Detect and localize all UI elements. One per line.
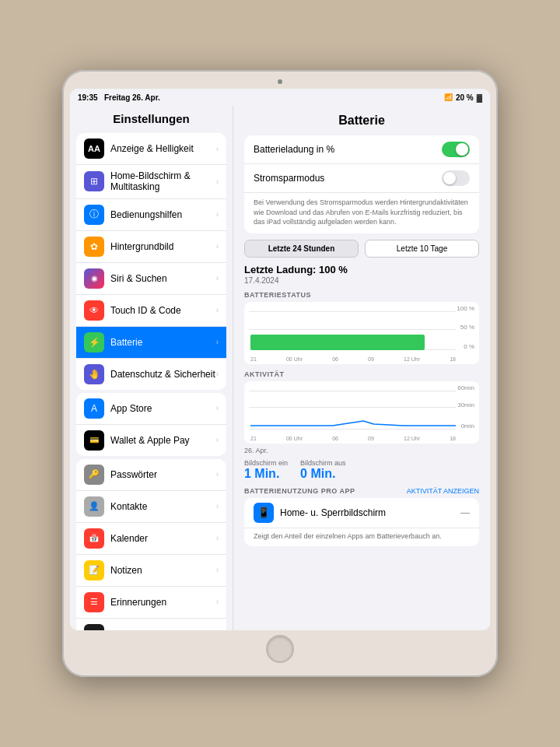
wallet-label: Wallet & Apple Pay — [110, 435, 190, 446]
home-app-icon: 📱 — [254, 503, 274, 523]
batterie-icon: ⚡ — [84, 332, 104, 352]
front-camera — [278, 79, 282, 84]
activity-line-svg — [250, 415, 456, 426]
main-content: Batterie Batterieladung in % Stromsparmo… — [233, 106, 490, 630]
appstore-icon: A — [84, 398, 104, 419]
stat-aus-value: 0 Min. — [300, 467, 346, 481]
app-row-home: 📱 Home- u. Sperrbildschirm — — [244, 498, 479, 528]
act-y-label-0: 0min — [461, 423, 474, 430]
per-app-section: 📱 Home- u. Sperrbildschirm — Zeigt den A… — [244, 498, 479, 546]
homescreen-icon: ⊞ — [84, 171, 104, 191]
sidebar-item-wallet[interactable]: 💳 Wallet & Apple Pay › — [76, 425, 226, 456]
chevron-icon: › — [216, 370, 219, 378]
sidebar-item-bedienungshilfen[interactable]: ⓘ Bedienungshilfen › — [76, 199, 226, 231]
chevron-icon: › — [216, 306, 219, 314]
stromsparmodus-label: Stromsparmodus — [254, 173, 442, 184]
sidebar-item-kontakte[interactable]: 👤 Kontakte › — [76, 491, 226, 523]
status-time-date: 19:35 Freitag 26. Apr. — [78, 93, 160, 102]
stromsparmodus-toggle[interactable] — [442, 170, 470, 186]
sidebar-item-erinnerungen[interactable]: ☰ Erinnerungen › — [76, 587, 226, 619]
sidebar-item-datenschutz[interactable]: 🤚 Datenschutz & Sicherheit › — [76, 359, 226, 390]
sidebar-section-stores: A App Store › 💳 Wallet & Apple Pay › — [76, 393, 226, 456]
sidebar-item-siri[interactable]: ◉ Siri & Suchen › — [76, 263, 226, 295]
stat-ein-value: 1 Min. — [244, 467, 288, 481]
grid-line-100 — [249, 311, 456, 312]
erinnerungen-icon: ☰ — [84, 592, 104, 612]
activity-chart-label: AKTIVITÄT — [244, 370, 479, 378]
time-range-buttons: Letzte 24 Stunden Letzte 10 Tage — [244, 240, 479, 258]
screen-stats: Bildschirm ein 1 Min. Bildschirm aus 0 M… — [244, 459, 479, 481]
stat-bildschirm-aus: Bildschirm aus 0 Min. — [300, 459, 346, 481]
btn-10d[interactable]: Letzte 10 Tage — [365, 240, 479, 258]
passwoerter-icon: 🔑 — [84, 465, 104, 485]
status-time: 19:35 — [78, 93, 98, 102]
hintergrundbild-icon: ✿ — [84, 237, 104, 257]
chevron-icon: › — [216, 274, 219, 282]
battery-chart-x-labels: 21 00 Uhr 06 09 12 Uhr 18 — [250, 356, 456, 362]
act-y-label-60: 60min — [457, 384, 474, 391]
touchid-label: Touch ID & Code — [110, 305, 181, 316]
grid-line-0a — [249, 429, 456, 430]
activity-chart-x-labels: 21 00 Uhr 06 09 12 Uhr 18 — [250, 436, 456, 441]
battery-percent: 20 % — [456, 93, 474, 102]
wallet-icon: 💳 — [84, 430, 104, 451]
page-title: Batterie — [244, 114, 479, 128]
chevron-icon: › — [216, 145, 219, 153]
anzeige-icon: AA — [84, 139, 104, 159]
y-label-50: 50 % — [460, 324, 474, 331]
bedienungshilfen-label: Bedienungshilfen — [110, 209, 182, 220]
anzeige-label: Anzeige & Helligkeit — [110, 143, 194, 154]
aktivitat-link[interactable]: AKTIVITÄT ANZEIGEN — [407, 487, 479, 495]
chevron-icon: › — [216, 598, 219, 606]
sidebar-item-touchid[interactable]: 👁 Touch ID & Code › — [76, 295, 226, 327]
chevron-icon: › — [216, 404, 219, 412]
status-right: 📶 20 % ▓ — [444, 93, 482, 102]
sidebar-item-kalender[interactable]: 📅 Kalender › — [76, 523, 226, 555]
sidebar-item-appstore[interactable]: A App Store › — [76, 393, 226, 425]
kalender-icon: 📅 — [84, 528, 104, 549]
sidebar-item-anzeige[interactable]: AA Anzeige & Helligkeit › — [76, 133, 226, 165]
stat-bildschirm-ein: Bildschirm ein 1 Min. — [244, 459, 288, 481]
grid-line-60 — [249, 391, 456, 391]
status-bar: 19:35 Freitag 26. Apr. 📶 20 % ▓ — [70, 89, 490, 106]
battery-toggles-section: Batterieladung in % Stromsparmodus Bei V… — [244, 135, 479, 233]
batterie-label: Batterie — [110, 337, 142, 348]
kontakte-icon: 👤 — [84, 496, 104, 517]
y-label-100: 100 % — [457, 305, 474, 312]
passwoerter-label: Passwörter — [110, 469, 157, 480]
wifi-icon: 📶 — [444, 93, 453, 101]
chevron-icon: › — [216, 502, 219, 510]
bedienungshilfen-icon: ⓘ — [84, 205, 104, 225]
home-button[interactable] — [266, 635, 294, 663]
sidebar-item-hintergrundbild[interactable]: ✿ Hintergrundbild › — [76, 231, 226, 263]
hintergrundbild-label: Hintergrundbild — [110, 241, 173, 252]
sidebar-item-batterie[interactable]: ⚡ Batterie › — [76, 327, 226, 359]
chevron-icon: › — [216, 566, 219, 574]
sidebar-section-apps: 🔑 Passwörter › 👤 Kontakte › 📅 Kalender › — [76, 459, 226, 630]
status-date: Freitag 26. Apr. — [104, 93, 160, 102]
touchid-icon: 👁 — [84, 300, 104, 321]
ipad-device: 19:35 Freitag 26. Apr. 📶 20 % ▓ Einstell… — [62, 70, 498, 677]
per-app-header: BATTERIENUTZUNG PRO APP AKTIVITÄT ANZEIG… — [244, 487, 479, 495]
grid-line-30 — [249, 407, 456, 408]
kontakte-label: Kontakte — [110, 501, 147, 512]
sidebar-section-top: AA Anzeige & Helligkeit › ⊞ Home-Bildsch… — [76, 133, 226, 390]
sidebar-item-sprachmemos[interactable]: 🎙 Sprachmemos › — [76, 619, 226, 630]
act-y-label-30: 30min — [457, 402, 474, 409]
chevron-icon: › — [216, 177, 219, 186]
btn-24h[interactable]: Letzte 24 Stunden — [244, 240, 359, 258]
sidebar-item-homescreen[interactable]: ⊞ Home-Bildschirm & Multitasking › — [76, 165, 226, 199]
chevron-icon: › — [216, 242, 219, 251]
app-name-home: Home- u. Sperrbildschirm — [280, 507, 460, 518]
sprachmemos-icon: 🎙 — [84, 624, 104, 630]
batterieladung-toggle[interactable] — [442, 142, 470, 157]
kalender-label: Kalender — [110, 533, 148, 544]
sidebar-item-notizen[interactable]: 📝 Notizen › — [76, 555, 226, 587]
content-area: Einstellungen AA Anzeige & Helligkeit › … — [70, 106, 490, 630]
stat-aus-label: Bildschirm aus — [300, 459, 346, 467]
sprachmemos-label: Sprachmemos — [110, 629, 170, 630]
last-charge-value: Letzte Ladung: 100 % — [244, 264, 479, 275]
activity-date-label: 26. Apr. — [244, 447, 479, 454]
screen: 19:35 Freitag 26. Apr. 📶 20 % ▓ Einstell… — [70, 89, 490, 630]
sidebar-item-passwoerter[interactable]: 🔑 Passwörter › — [76, 459, 226, 491]
